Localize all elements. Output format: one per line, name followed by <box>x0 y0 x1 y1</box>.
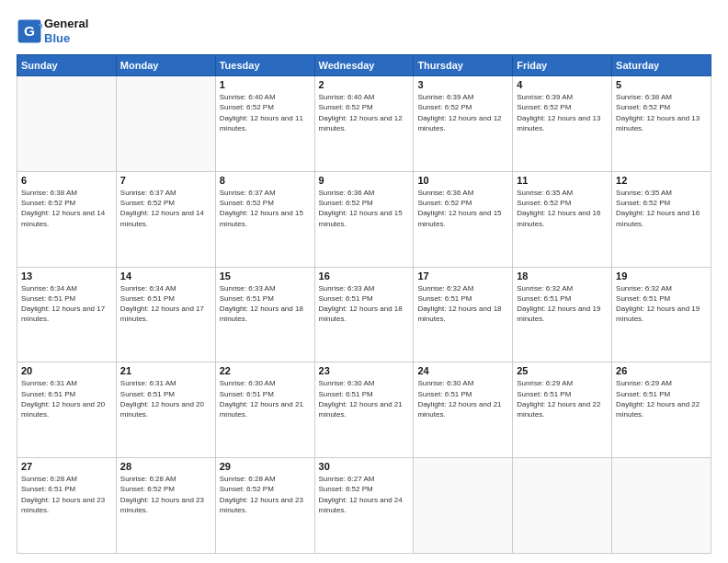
weekday-wednesday: Wednesday <box>314 55 414 76</box>
day-info: Sunrise: 6:30 AM Sunset: 6:51 PM Dayligh… <box>417 378 508 419</box>
day-info: Sunrise: 6:33 AM Sunset: 6:51 PM Dayligh… <box>220 283 311 325</box>
day-number: 20 <box>21 365 112 376</box>
calendar-cell: 10Sunrise: 6:36 AM Sunset: 6:52 PM Dayli… <box>414 171 513 267</box>
day-info: Sunrise: 6:28 AM Sunset: 6:52 PM Dayligh… <box>220 474 311 515</box>
day-info: Sunrise: 6:35 AM Sunset: 6:52 PM Dayligh… <box>616 188 707 229</box>
day-info: Sunrise: 6:32 AM Sunset: 6:51 PM Dayligh… <box>616 283 707 325</box>
calendar-cell <box>17 76 117 172</box>
calendar-cell <box>513 458 612 554</box>
week-row-1: 1Sunrise: 6:40 AM Sunset: 6:52 PM Daylig… <box>17 76 711 172</box>
week-row-5: 27Sunrise: 6:28 AM Sunset: 6:51 PM Dayli… <box>17 458 711 554</box>
day-info: Sunrise: 6:36 AM Sunset: 6:52 PM Dayligh… <box>417 188 508 229</box>
logo: G General Blue <box>17 17 88 45</box>
calendar-cell: 3Sunrise: 6:39 AM Sunset: 6:52 PM Daylig… <box>414 76 513 172</box>
weekday-thursday: Thursday <box>414 55 513 76</box>
day-number: 6 <box>21 175 112 186</box>
calendar-cell: 22Sunrise: 6:30 AM Sunset: 6:51 PM Dayli… <box>215 362 314 458</box>
day-number: 4 <box>517 79 608 90</box>
week-row-4: 20Sunrise: 6:31 AM Sunset: 6:51 PM Dayli… <box>17 362 711 458</box>
calendar-cell: 19Sunrise: 6:32 AM Sunset: 6:51 PM Dayli… <box>612 267 711 362</box>
day-info: Sunrise: 6:30 AM Sunset: 6:51 PM Dayligh… <box>220 378 311 419</box>
calendar-cell: 1Sunrise: 6:40 AM Sunset: 6:52 PM Daylig… <box>215 76 314 172</box>
day-number: 29 <box>220 461 311 472</box>
calendar-cell: 11Sunrise: 6:35 AM Sunset: 6:52 PM Dayli… <box>513 171 612 267</box>
day-number: 3 <box>417 79 508 90</box>
day-number: 12 <box>616 175 707 186</box>
day-info: Sunrise: 6:27 AM Sunset: 6:52 PM Dayligh… <box>319 474 410 515</box>
day-info: Sunrise: 6:28 AM Sunset: 6:51 PM Dayligh… <box>21 474 112 515</box>
day-info: Sunrise: 6:37 AM Sunset: 6:52 PM Dayligh… <box>220 188 311 229</box>
day-number: 9 <box>319 175 410 186</box>
day-number: 30 <box>319 461 410 472</box>
calendar-cell: 27Sunrise: 6:28 AM Sunset: 6:51 PM Dayli… <box>17 458 117 554</box>
day-info: Sunrise: 6:29 AM Sunset: 6:51 PM Dayligh… <box>616 378 707 419</box>
calendar-cell: 7Sunrise: 6:37 AM Sunset: 6:52 PM Daylig… <box>116 171 215 267</box>
calendar-header: SundayMondayTuesdayWednesdayThursdayFrid… <box>17 55 711 76</box>
calendar-cell <box>612 458 711 554</box>
day-number: 16 <box>319 270 410 282</box>
day-number: 8 <box>220 175 311 186</box>
calendar-cell: 30Sunrise: 6:27 AM Sunset: 6:52 PM Dayli… <box>314 458 414 554</box>
calendar-cell: 12Sunrise: 6:35 AM Sunset: 6:52 PM Dayli… <box>612 171 711 267</box>
calendar-cell: 25Sunrise: 6:29 AM Sunset: 6:51 PM Dayli… <box>513 362 612 458</box>
day-info: Sunrise: 6:31 AM Sunset: 6:51 PM Dayligh… <box>21 378 112 419</box>
calendar-cell: 21Sunrise: 6:31 AM Sunset: 6:51 PM Dayli… <box>116 362 215 458</box>
week-row-2: 6Sunrise: 6:38 AM Sunset: 6:52 PM Daylig… <box>17 171 711 267</box>
day-info: Sunrise: 6:37 AM Sunset: 6:52 PM Dayligh… <box>120 188 211 229</box>
svg-text:G: G <box>24 22 35 38</box>
calendar-cell: 28Sunrise: 6:28 AM Sunset: 6:52 PM Dayli… <box>116 458 215 554</box>
day-number: 14 <box>120 270 211 282</box>
weekday-sunday: Sunday <box>17 55 117 76</box>
weekday-friday: Friday <box>513 55 612 76</box>
calendar-cell: 4Sunrise: 6:39 AM Sunset: 6:52 PM Daylig… <box>513 76 612 172</box>
logo-blue: Blue <box>44 31 88 46</box>
calendar-cell: 29Sunrise: 6:28 AM Sunset: 6:52 PM Dayli… <box>215 458 314 554</box>
calendar-cell: 16Sunrise: 6:33 AM Sunset: 6:51 PM Dayli… <box>314 267 414 362</box>
day-info: Sunrise: 6:33 AM Sunset: 6:51 PM Dayligh… <box>319 283 410 325</box>
week-row-3: 13Sunrise: 6:34 AM Sunset: 6:51 PM Dayli… <box>17 267 711 362</box>
day-number: 18 <box>517 270 608 282</box>
day-number: 7 <box>120 175 211 186</box>
day-info: Sunrise: 6:38 AM Sunset: 6:52 PM Dayligh… <box>616 92 707 133</box>
day-number: 5 <box>616 79 707 90</box>
day-info: Sunrise: 6:29 AM Sunset: 6:51 PM Dayligh… <box>517 378 608 419</box>
day-info: Sunrise: 6:34 AM Sunset: 6:51 PM Dayligh… <box>21 283 112 325</box>
day-number: 19 <box>616 270 707 282</box>
day-info: Sunrise: 6:32 AM Sunset: 6:51 PM Dayligh… <box>517 283 608 325</box>
day-number: 23 <box>319 365 410 376</box>
day-info: Sunrise: 6:40 AM Sunset: 6:52 PM Dayligh… <box>319 92 410 133</box>
logo-icon: G <box>17 18 42 44</box>
day-info: Sunrise: 6:39 AM Sunset: 6:52 PM Dayligh… <box>417 92 508 133</box>
day-info: Sunrise: 6:28 AM Sunset: 6:52 PM Dayligh… <box>120 474 211 515</box>
calendar-cell: 5Sunrise: 6:38 AM Sunset: 6:52 PM Daylig… <box>612 76 711 172</box>
calendar-cell: 15Sunrise: 6:33 AM Sunset: 6:51 PM Dayli… <box>215 267 314 362</box>
calendar-table: SundayMondayTuesdayWednesdayThursdayFrid… <box>17 54 711 554</box>
day-number: 17 <box>417 270 508 282</box>
weekday-tuesday: Tuesday <box>215 55 314 76</box>
day-number: 24 <box>417 365 508 376</box>
calendar-cell: 9Sunrise: 6:36 AM Sunset: 6:52 PM Daylig… <box>314 171 414 267</box>
weekday-saturday: Saturday <box>612 55 711 76</box>
page: G General Blue SundayMondayTuesdayWednes… <box>0 0 728 563</box>
header: G General Blue <box>17 17 711 45</box>
day-number: 27 <box>21 461 112 472</box>
day-info: Sunrise: 6:40 AM Sunset: 6:52 PM Dayligh… <box>220 92 311 133</box>
calendar-cell: 2Sunrise: 6:40 AM Sunset: 6:52 PM Daylig… <box>314 76 414 172</box>
calendar-cell: 8Sunrise: 6:37 AM Sunset: 6:52 PM Daylig… <box>215 171 314 267</box>
day-number: 13 <box>21 270 112 282</box>
calendar-cell: 26Sunrise: 6:29 AM Sunset: 6:51 PM Dayli… <box>612 362 711 458</box>
calendar-cell: 18Sunrise: 6:32 AM Sunset: 6:51 PM Dayli… <box>513 267 612 362</box>
calendar-cell: 6Sunrise: 6:38 AM Sunset: 6:52 PM Daylig… <box>17 171 117 267</box>
day-number: 21 <box>120 365 211 376</box>
day-info: Sunrise: 6:31 AM Sunset: 6:51 PM Dayligh… <box>120 378 211 419</box>
day-number: 26 <box>616 365 707 376</box>
weekday-header-row: SundayMondayTuesdayWednesdayThursdayFrid… <box>17 55 711 76</box>
day-number: 28 <box>120 461 211 472</box>
calendar-cell: 17Sunrise: 6:32 AM Sunset: 6:51 PM Dayli… <box>414 267 513 362</box>
day-info: Sunrise: 6:39 AM Sunset: 6:52 PM Dayligh… <box>517 92 608 133</box>
day-info: Sunrise: 6:30 AM Sunset: 6:51 PM Dayligh… <box>319 378 410 419</box>
calendar-body: 1Sunrise: 6:40 AM Sunset: 6:52 PM Daylig… <box>17 76 711 554</box>
calendar-cell: 13Sunrise: 6:34 AM Sunset: 6:51 PM Dayli… <box>17 267 117 362</box>
day-info: Sunrise: 6:38 AM Sunset: 6:52 PM Dayligh… <box>21 188 112 229</box>
day-number: 25 <box>517 365 608 376</box>
